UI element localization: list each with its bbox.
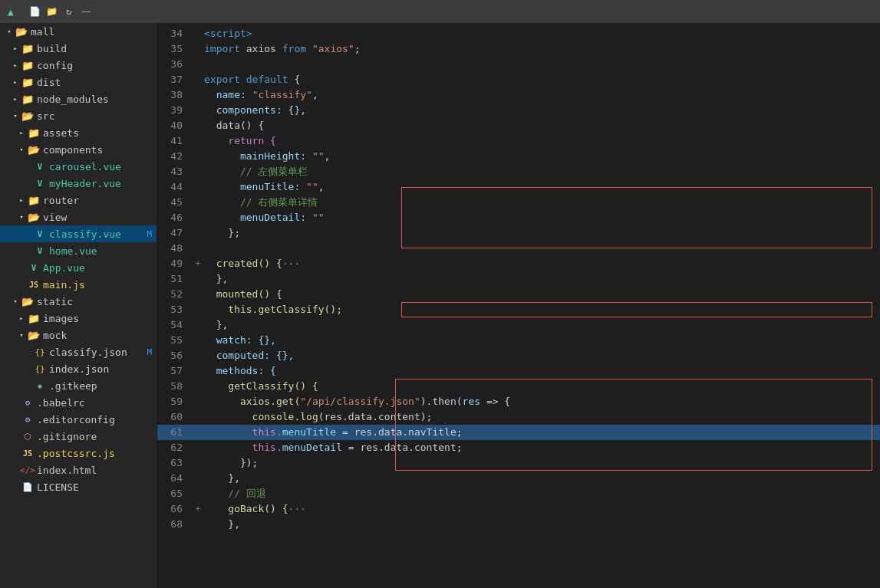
line-code: menuTitle: "", (204, 179, 880, 195)
folder-icon: 📁 (21, 59, 34, 71)
sidebar-item-components[interactable]: 📂components (0, 141, 157, 158)
sidebar-item-myHeader.vue[interactable]: VmyHeader.vue (0, 175, 157, 192)
line-code: menuDetail: "" (204, 210, 880, 225)
code-token: export (204, 74, 246, 85)
folder-icon: 📁 (21, 76, 34, 88)
sidebar-item-dist[interactable]: 📁dist (0, 74, 157, 90)
sidebar-item-classify.json[interactable]: {}classify.jsonM (0, 343, 157, 360)
code-token: res (463, 396, 480, 407)
line-code: this.menuTitle = res.data.navTitle; (204, 425, 880, 440)
line-number: 48 (157, 241, 192, 256)
code-token: = res.data.content; (348, 442, 463, 453)
line-number: 55 (157, 333, 192, 348)
line-code: }, (204, 517, 880, 532)
sidebar-item-.gitkeep[interactable]: ◈.gitkeep (0, 377, 157, 394)
sidebar-item-.postcssrc.js[interactable]: JS.postcssrc.js (0, 445, 157, 462)
code-token: getClassify() { (204, 380, 318, 392)
sidebar-item-mock[interactable]: 📂mock (0, 327, 157, 343)
line-code: name: "classify", (204, 87, 880, 103)
code-line: 36 (157, 57, 880, 72)
sidebar-item-index.json[interactable]: {}index.json (0, 360, 157, 377)
code-token: this.getClassify(); (204, 304, 342, 315)
tree-arrow-mock (15, 329, 28, 341)
editor-area: 34<script>35import axios from "axios";36… (157, 23, 880, 588)
sidebar-item-static[interactable]: 📂static (0, 293, 157, 310)
sidebar-item-home.vue[interactable]: Vhome.vue (0, 242, 157, 259)
new-folder-icon[interactable]: 📁 (46, 5, 58, 18)
tree-arrow-src (9, 110, 21, 122)
sidebar-item-main.js[interactable]: JSmain.js (0, 276, 157, 293)
titlebar: ▲ 📄 📁 ↻ ⸻ (0, 0, 880, 23)
code-token: console. (204, 411, 300, 422)
code-line: 42 mainHeight: "", (157, 149, 880, 164)
tree-item-label: classify.vue (49, 228, 121, 240)
line-code: this.menuDetail = res.data.content; (204, 440, 880, 455)
tree-arrow-static (9, 295, 21, 307)
item-badge (67, 212, 71, 223)
tree-arrow-view (15, 211, 28, 223)
code-token: methods: { (204, 365, 276, 376)
line-code: }, (204, 317, 880, 333)
sidebar-item-classify.vue[interactable]: Vclassify.vueM (0, 225, 157, 242)
line-code: mounted() { (204, 287, 880, 302)
sidebar-item-config[interactable]: 📁config (0, 57, 157, 74)
sidebar-item-images[interactable]: 📁images (0, 310, 157, 327)
collapse-icon[interactable]: ⸻ (80, 5, 92, 18)
new-file-icon[interactable]: 📄 (29, 5, 41, 18)
code-token: }); (204, 457, 258, 468)
tree-item-label: static (37, 296, 73, 307)
code-token: , (300, 104, 306, 116)
code-token: , (325, 150, 331, 162)
sidebar-item-node_modules[interactable]: 📁node_modules (0, 90, 157, 107)
expand-toggle[interactable]: + (192, 256, 204, 271)
tree-item-label: carousel.vue (49, 161, 121, 172)
code-line: 34<script> (157, 26, 880, 41)
code-line: 68 }, (157, 517, 880, 532)
sidebar-item-.babelrc[interactable]: ⚙.babelrc (0, 394, 157, 411)
tree-item-label: config (37, 60, 73, 71)
code-token: "classify" (252, 89, 312, 100)
line-number: 66 (157, 501, 192, 517)
sidebar-item-build[interactable]: 📁build (0, 40, 157, 57)
tree-item-label: .babelrc (37, 397, 85, 409)
tree-item-label: mall (31, 26, 54, 38)
sidebar-item-carousel.vue[interactable]: Vcarousel.vue (0, 158, 157, 175)
code-line: 60 console.log(res.data.content); (157, 409, 880, 425)
sidebar-item-assets[interactable]: 📁assets (0, 124, 157, 141)
json-file-icon: {} (34, 363, 46, 375)
sidebar-item-router[interactable]: 📁router (0, 192, 157, 209)
expand-toggle[interactable]: + (192, 501, 204, 517)
sidebar-item-src[interactable]: 📂src (0, 107, 157, 124)
code-token: this. (204, 426, 282, 438)
sidebar-item-App.vue[interactable]: VApp.vue (0, 259, 157, 276)
tree-item-label: LICENSE (37, 481, 79, 493)
code-token: watch: {}, (204, 334, 276, 346)
code-content[interactable]: 34<script>35import axios from "axios";36… (157, 23, 880, 588)
folder-icon: 📁 (21, 93, 34, 105)
line-number: 62 (157, 440, 192, 455)
sidebar-item-.editorconfig[interactable]: ⚙.editorconfig (0, 411, 157, 428)
tree-item-label: router (43, 195, 79, 206)
item-badge: M (147, 229, 152, 239)
tree-item-label: index.json (49, 363, 109, 375)
line-number: 43 (157, 164, 192, 179)
line-number: 44 (157, 179, 192, 195)
line-number: 60 (157, 409, 192, 425)
line-number: 36 (157, 57, 192, 72)
code-token: components: {} (204, 104, 300, 116)
sidebar-item-view[interactable]: 📂view (0, 209, 157, 225)
code-line: 52 mounted() { (157, 287, 880, 302)
refresh-icon[interactable]: ↻ (63, 5, 75, 18)
sidebar-item-.gitignore[interactable]: ⬡.gitignore (0, 428, 157, 445)
code-token: return { (204, 135, 276, 146)
sidebar-item-mall[interactable]: 📂mall (0, 23, 157, 40)
sidebar-item-LICENSE[interactable]: 📄LICENSE (0, 478, 157, 495)
line-code: import axios from "axios"; (204, 41, 880, 57)
code-line: 45 // 右侧菜单详情 (157, 195, 880, 210)
code-line: 49+ created() {··· (157, 256, 880, 271)
line-code: }, (204, 471, 880, 486)
sidebar-item-index.html[interactable]: </>index.html (0, 462, 157, 478)
line-code: export default { (204, 72, 880, 87)
line-number: 64 (157, 471, 192, 486)
code-token: computed: {}, (204, 350, 294, 361)
